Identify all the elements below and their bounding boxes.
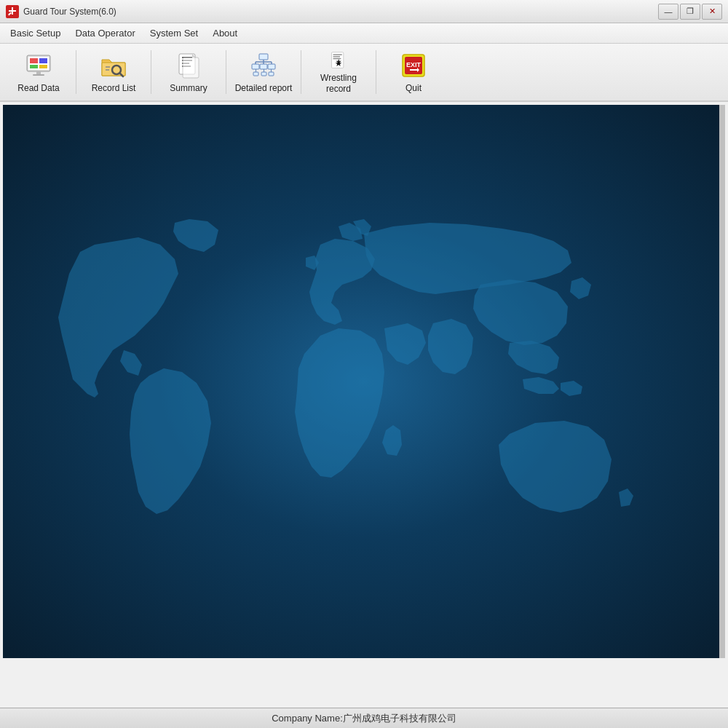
record-list-icon	[99, 51, 128, 80]
svg-rect-23	[259, 54, 268, 60]
wrestling-record-icon	[324, 50, 353, 70]
separator-1	[76, 50, 76, 94]
close-button[interactable]: ✕	[702, 4, 722, 20]
app-icon	[6, 5, 19, 18]
svg-rect-25	[260, 64, 267, 69]
wrestling-record-label: Wrestling record	[309, 73, 368, 94]
title-controls: — ❐ ✕	[658, 4, 722, 20]
svg-rect-10	[36, 71, 41, 74]
menu-system-set[interactable]: System Set	[143, 25, 205, 41]
svg-text:EXIT: EXIT	[406, 61, 422, 68]
summary-icon	[174, 51, 203, 80]
minimize-button[interactable]: —	[658, 4, 678, 20]
svg-rect-24	[252, 64, 259, 69]
menu-bar: Basic Setup Data Operator System Set Abo…	[0, 23, 728, 44]
svg-rect-33	[261, 72, 266, 76]
svg-rect-11	[33, 74, 44, 76]
read-data-icon	[24, 51, 53, 80]
svg-rect-22	[183, 58, 199, 78]
company-name: Company Name:广州成鸡电子科技有限公司	[272, 712, 456, 725]
separator-5	[376, 50, 376, 94]
main-content	[3, 105, 725, 658]
title-left: Guard Tour System(6.0)	[6, 5, 116, 18]
world-map	[36, 172, 692, 609]
svg-rect-32	[253, 72, 258, 76]
record-list-label: Record List	[92, 83, 136, 93]
title-bar: Guard Tour System(6.0) — ❐ ✕	[0, 0, 728, 23]
summary-button[interactable]: Summary	[156, 47, 221, 98]
record-list-button[interactable]: Record List	[81, 47, 146, 98]
svg-rect-34	[269, 72, 274, 76]
svg-rect-8	[30, 65, 38, 68]
svg-rect-41	[333, 58, 341, 59]
maximize-button[interactable]: ❐	[680, 4, 700, 20]
separator-4	[301, 50, 301, 94]
separator-2	[151, 50, 151, 94]
menu-about[interactable]: About	[205, 25, 245, 41]
menu-basic-setup[interactable]: Basic Setup	[3, 25, 68, 41]
read-data-label: Read Data	[17, 83, 59, 93]
svg-rect-39	[333, 54, 342, 55]
status-bar: Company Name:广州成鸡电子科技有限公司	[0, 708, 728, 728]
read-data-button[interactable]: Read Data	[6, 47, 71, 98]
quit-button[interactable]: EXIT Quit	[381, 47, 446, 98]
separator-3	[226, 50, 226, 94]
app-title: Guard Tour System(6.0)	[23, 7, 116, 17]
quit-label: Quit	[405, 83, 422, 93]
quit-icon: EXIT	[399, 51, 428, 80]
wrestling-record-button[interactable]: Wrestling record	[306, 47, 371, 98]
svg-rect-2	[12, 7, 13, 15]
summary-label: Summary	[170, 83, 207, 93]
menu-data-operator[interactable]: Data Operator	[68, 25, 142, 41]
detailed-report-label: Detailed report	[235, 83, 293, 93]
toolbar: Read Data Record List	[0, 44, 728, 102]
svg-rect-26	[268, 64, 275, 69]
svg-rect-6	[30, 58, 38, 63]
svg-rect-9	[39, 65, 47, 68]
svg-rect-7	[39, 58, 47, 63]
scrollbar[interactable]	[719, 105, 725, 658]
svg-rect-40	[333, 56, 341, 57]
detailed-report-icon	[249, 51, 278, 80]
detailed-report-button[interactable]: Detailed report	[231, 47, 296, 98]
